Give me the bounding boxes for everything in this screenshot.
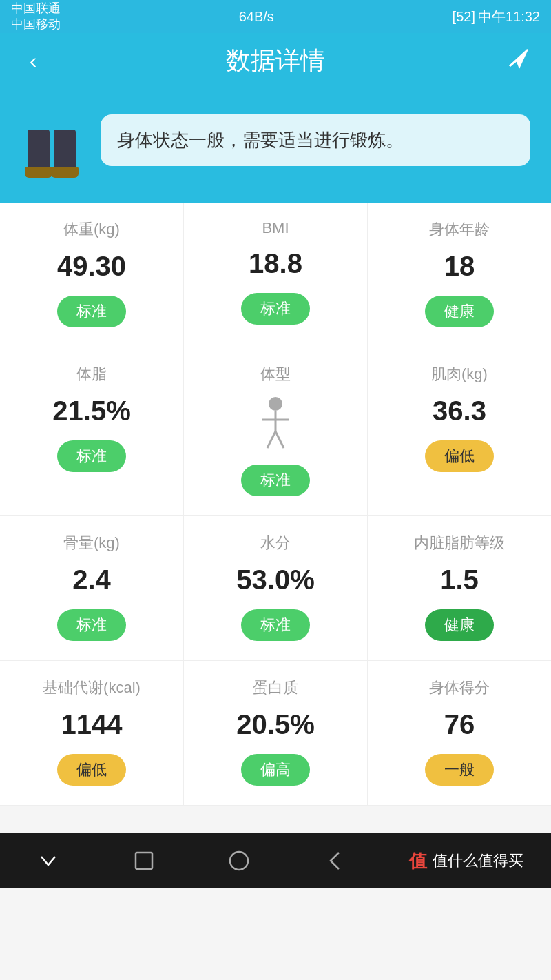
weight-label: 体重(kg) — [63, 219, 120, 240]
visceral-value: 1.5 — [440, 564, 479, 595]
bmi-label: BMI — [262, 219, 289, 237]
metrics-row-2: 骨量(kg) 2.4 标准 水分 53.0% 标准 内脏脂肪等级 1.5 健康 — [0, 516, 551, 661]
svg-point-8 — [230, 852, 248, 870]
health-message-bubble: 身体状态一般，需要适当进行锻炼。 — [101, 114, 530, 166]
status-bar: 中国联通 中国移动 64B/s [52] 中午11:32 — [0, 0, 551, 33]
metrics-row-1: 体脂 21.5% 标准 体型 标准 肌肉(kg) 36.3 偏低 — [0, 347, 551, 516]
boots-icon — [28, 130, 76, 178]
health-message-text: 身体状态一般，需要适当进行锻炼。 — [117, 130, 404, 150]
svg-point-2 — [269, 397, 282, 411]
page-title: 数据详情 — [50, 44, 501, 78]
water-label: 水分 — [260, 533, 291, 553]
bodyfat-value: 21.5% — [52, 396, 130, 427]
bone-badge: 标准 — [57, 609, 126, 641]
nav-prev-button[interactable] — [314, 848, 355, 873]
muscle-label: 肌肉(kg) — [431, 364, 488, 385]
body-age-badge: 健康 — [425, 296, 494, 327]
weight-cell: 体重(kg) 49.30 标准 — [0, 203, 184, 347]
hero-section: 身体状态一般，需要适当进行锻炼。 — [0, 88, 551, 203]
protein-label: 蛋白质 — [253, 677, 298, 698]
body-age-value: 18 — [444, 251, 475, 282]
weight-value: 49.30 — [57, 251, 126, 282]
battery-icon: [52] — [453, 9, 475, 25]
visceral-badge: 健康 — [425, 609, 494, 641]
share-button[interactable] — [501, 45, 534, 76]
weight-badge: 标准 — [57, 296, 126, 327]
body-age-label: 身体年龄 — [429, 219, 490, 240]
body-figure — [14, 102, 90, 178]
brand-logo: 值 值什么值得买 — [409, 849, 523, 873]
bone-value: 2.4 — [72, 564, 111, 595]
bmi-value: 18.8 — [249, 248, 302, 279]
body-score-label: 身体得分 — [429, 677, 490, 698]
body-age-cell: 身体年龄 18 健康 — [368, 203, 551, 347]
nav-home-button[interactable] — [123, 848, 165, 873]
brand-icon: 值 — [409, 849, 427, 873]
visceral-label: 内脏脂肪等级 — [414, 533, 505, 553]
metrics-grid: 体重(kg) 49.30 标准 BMI 18.8 标准 身体年龄 18 健康 体… — [0, 203, 551, 806]
muscle-cell: 肌肉(kg) 36.3 偏低 — [368, 347, 551, 515]
bottom-navigation: 值 值什么值得买 — [0, 833, 551, 888]
brand-text: 值什么值得买 — [433, 850, 523, 871]
body-score-value: 76 — [444, 709, 475, 740]
bmi-badge: 标准 — [241, 293, 310, 325]
water-value: 53.0% — [236, 564, 314, 595]
time-battery: [52] 中午11:32 — [453, 8, 540, 26]
bodytype-label: 体型 — [260, 364, 291, 385]
network-speed: 64B/s — [239, 9, 274, 25]
metabolism-cell: 基础代谢(kcal) 1144 偏低 — [0, 661, 184, 805]
bodyfat-cell: 体脂 21.5% 标准 — [0, 347, 184, 515]
metrics-row-3: 基础代谢(kcal) 1144 偏低 蛋白质 20.5% 偏高 身体得分 76 … — [0, 661, 551, 806]
bodytype-badge: 标准 — [241, 465, 310, 496]
protein-cell: 蛋白质 20.5% 偏高 — [184, 661, 368, 805]
protein-badge: 偏高 — [241, 754, 310, 786]
body-score-cell: 身体得分 76 一般 — [368, 661, 551, 805]
back-button[interactable]: ‹ — [17, 48, 50, 74]
svg-line-5 — [267, 431, 276, 448]
svg-rect-7 — [136, 853, 152, 869]
nav-circle-button[interactable] — [218, 848, 260, 873]
water-cell: 水分 53.0% 标准 — [184, 516, 368, 660]
water-badge: 标准 — [241, 609, 310, 641]
visceral-cell: 内脏脂肪等级 1.5 健康 — [368, 516, 551, 660]
carrier-info: 中国联通 中国移动 — [11, 1, 61, 33]
muscle-badge: 偏低 — [425, 440, 494, 472]
protein-value: 20.5% — [236, 709, 314, 740]
svg-line-6 — [276, 431, 284, 448]
muscle-value: 36.3 — [433, 396, 486, 427]
bmi-cell: BMI 18.8 标准 — [184, 203, 368, 347]
bone-label: 骨量(kg) — [63, 533, 120, 553]
bodytype-cell: 体型 标准 — [184, 347, 368, 515]
metabolism-badge: 偏低 — [57, 754, 126, 786]
bodyfat-label: 体脂 — [76, 364, 107, 385]
metabolism-label: 基础代谢(kcal) — [43, 677, 141, 698]
app-header: ‹ 数据详情 — [0, 33, 551, 88]
metabolism-value: 1144 — [61, 709, 123, 740]
person-icon — [255, 396, 296, 451]
body-score-badge: 一般 — [425, 754, 494, 786]
bodytype-value — [255, 396, 296, 451]
bone-cell: 骨量(kg) 2.4 标准 — [0, 516, 184, 660]
nav-back-button[interactable] — [28, 848, 69, 873]
metrics-row-0: 体重(kg) 49.30 标准 BMI 18.8 标准 身体年龄 18 健康 — [0, 203, 551, 347]
clock-display: 中午11:32 — [478, 8, 540, 26]
bodyfat-badge: 标准 — [57, 440, 126, 472]
